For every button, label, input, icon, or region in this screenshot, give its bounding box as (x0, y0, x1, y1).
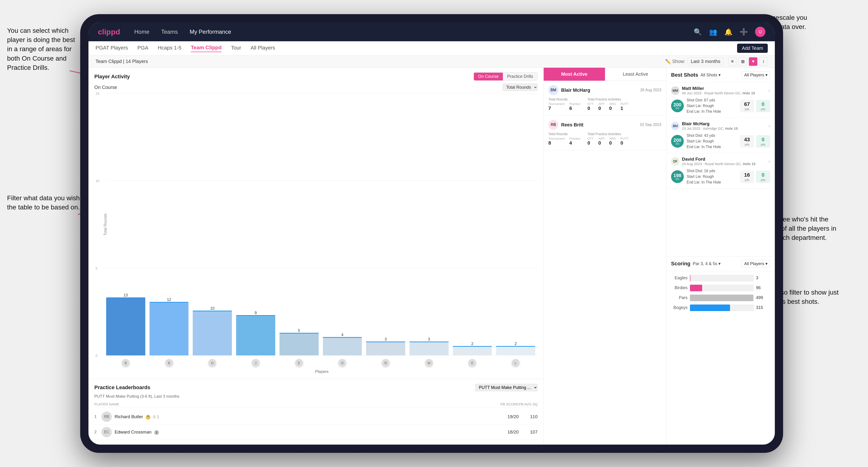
view-sort[interactable]: ↕ (759, 57, 768, 66)
add-team-button[interactable]: Add Team (737, 44, 768, 53)
activity-stats: Total Rounds Tournament 8 Practice 4 (549, 132, 661, 146)
bar-highlight-line (409, 342, 448, 342)
practice-drills-toggle[interactable]: Practice Drills (503, 73, 537, 81)
best-shots-header: Best Shots All Shots ▾ All Players ▾ (666, 68, 775, 83)
tablet-screen: clippd Home Teams My Performance 🔍 👥 🔔 ➕… (88, 22, 775, 445)
bar[interactable] (453, 347, 492, 355)
best-shots-title: Best Shots (671, 72, 698, 78)
on-course-header: On Course Total Rounds Fairways Hit GIR … (94, 84, 537, 91)
shot-avatar: BM (671, 122, 680, 130)
bar-highlight-line (106, 298, 145, 298)
nav-my-performance[interactable]: My Performance (190, 29, 231, 35)
sub-nav-pga[interactable]: PGA (137, 45, 148, 52)
view-grid-list[interactable]: ≡ (728, 57, 737, 66)
team-header: Team Clippd | 14 Players ✏️ Show: Last 3… (88, 55, 775, 68)
y-axis-label: Total Rounds (103, 214, 107, 236)
shot-avatar: DF (671, 157, 680, 165)
practice-activities-label: Total Practice Activities (588, 97, 628, 101)
chevron-right-icon: › (769, 158, 770, 164)
activity-stats: Total Rounds Tournament 7 Practice 6 (549, 97, 661, 111)
sub-nav-tour[interactable]: Tour (231, 45, 241, 52)
nav-teams[interactable]: Teams (161, 29, 178, 35)
bell-icon[interactable]: 🔔 (724, 28, 733, 36)
main-content: Player Activity On Course Practice Drill… (88, 68, 775, 445)
bar[interactable] (323, 338, 362, 355)
putt-stat: PUTT 0 (621, 137, 628, 146)
bar[interactable] (409, 342, 448, 355)
bar-value: 3 (428, 337, 430, 342)
scoring-player-dropdown[interactable]: All Players ▾ (742, 260, 770, 268)
tournament-stat: Tournament 8 (549, 137, 565, 146)
scoring-section: Scoring Par 3, 4 & 5s ▾ All Players ▾ Ea… (666, 256, 775, 445)
score-bar-container (690, 285, 753, 291)
metric-dropdown[interactable]: Total Rounds Fairways Hit GIR Putts (503, 84, 537, 91)
score-value-pars: 499 (756, 295, 770, 300)
chart-container: Total Rounds 051015 1312109543322 BBDJEO… (94, 93, 537, 374)
tab-most-active[interactable]: Most Active (544, 68, 605, 81)
bar[interactable] (280, 334, 319, 355)
score-row-bogeys: Bogeys 315 (671, 305, 770, 311)
scoring-header: Scoring Par 3, 4 & 5s ▾ All Players ▾ (666, 256, 775, 271)
bar[interactable] (150, 303, 189, 355)
sub-nav-all-players[interactable]: All Players (250, 45, 275, 52)
bar-group: 13 (106, 293, 145, 355)
shot-card[interactable]: DF David Ford 24 Aug 2023 · Royal North … (666, 153, 775, 189)
practice-drill-dropdown[interactable]: PUTT Must Make Putting ... (475, 384, 537, 391)
plus-circle-icon[interactable]: ➕ (740, 28, 748, 36)
shot-metric-zero: 0 yds (756, 100, 770, 112)
avatar-circle: E (468, 359, 477, 368)
bar-highlight-line (323, 337, 362, 338)
user-avatar[interactable]: U (755, 27, 766, 37)
shot-badge-label: SG (676, 143, 679, 145)
shot-player-info: DF David Ford 24 Aug 2023 · Royal North … (671, 157, 770, 166)
practice-header: Practice Leaderboards PUTT Must Make Put… (94, 384, 537, 391)
lb-badge-gold: 🥇 (146, 415, 151, 419)
shot-badge-number: 200 (673, 102, 681, 107)
bar[interactable] (193, 311, 232, 355)
shot-player-details: David Ford 24 Aug 2023 · Royal North Dev… (682, 157, 769, 166)
shot-badge: 200 SG (671, 135, 684, 148)
shot-details: 200 SG Shot Dist: 67 ydsStart Lie: Rough… (671, 97, 770, 115)
on-course-toggle[interactable]: On Course (474, 73, 503, 81)
bar-value: 4 (341, 333, 343, 337)
view-icons: ≡ ⊞ ♥ ↕ (728, 57, 768, 66)
tablet-frame: clippd Home Teams My Performance 🔍 👥 🔔 ➕… (80, 14, 783, 453)
lb-row: 2 EC Edward Crossman 2 18/20 107 (94, 425, 537, 440)
bar[interactable] (496, 347, 535, 355)
tab-least-active[interactable]: Least Active (605, 68, 666, 81)
shot-location: 24 Aug 2023 · Royal North Devon GC, Hole… (682, 162, 769, 166)
edit-icon[interactable]: ✏️ (665, 59, 671, 64)
users-icon[interactable]: 👥 (709, 28, 717, 36)
lb-pb-score: 19/20 (495, 414, 519, 419)
avatar-circle: J (251, 359, 260, 368)
bar[interactable] (106, 298, 145, 355)
bar[interactable] (366, 342, 405, 355)
scoring-filter-dropdown[interactable]: Par 3, 4 & 5s ▾ (693, 261, 720, 266)
sub-nav-hcaps[interactable]: Hcaps 1-5 (158, 45, 181, 52)
rounds-stat-group: Total Rounds Tournament 7 Practice 6 (549, 97, 581, 111)
lb-player-name: Richard Butler 🥇 ① 1 (115, 414, 495, 419)
show-dropdown[interactable]: Last 3 months (687, 58, 723, 65)
activity-item-header: RB Rees Britt 02 Sep 2023 (549, 120, 661, 130)
bar-group: 5 (280, 329, 319, 355)
score-bar-container (690, 275, 753, 281)
shot-player-details: Blair McHarg 23 Jul 2023 · Ashridge GC, … (682, 121, 769, 130)
search-icon[interactable]: 🔍 (694, 28, 702, 36)
score-label-bogeys: Bogeys (671, 305, 687, 310)
best-shots-filter[interactable]: All Shots ▾ (701, 72, 720, 77)
shot-badge-number: 198 (673, 173, 681, 178)
nav-home[interactable]: Home (134, 29, 149, 35)
avatar-circle: B (165, 359, 174, 368)
bar[interactable] (236, 316, 275, 355)
shot-info: Shot Dist: 67 ydsStart Lie: RoughEnd Lie… (687, 97, 737, 115)
view-grid[interactable]: ⊞ (739, 57, 747, 66)
shot-details: 200 SG Shot Dist: 43 ydsStart Lie: Rough… (671, 133, 770, 150)
shot-card[interactable]: MM Matt Miller 09 Jun 2023 · Royal North… (666, 83, 775, 118)
view-heart[interactable]: ♥ (749, 57, 757, 66)
sub-nav-team-clippd[interactable]: Team Clippd (191, 44, 221, 52)
player-activity-title: Player Activity (94, 73, 474, 80)
player-avatar: R (366, 359, 405, 368)
sub-nav-pgat[interactable]: PGAT Players (96, 45, 128, 52)
shot-card[interactable]: BM Blair McHarg 23 Jul 2023 · Ashridge G… (666, 118, 775, 153)
best-shots-player-dropdown[interactable]: All Players ▾ (742, 71, 770, 79)
